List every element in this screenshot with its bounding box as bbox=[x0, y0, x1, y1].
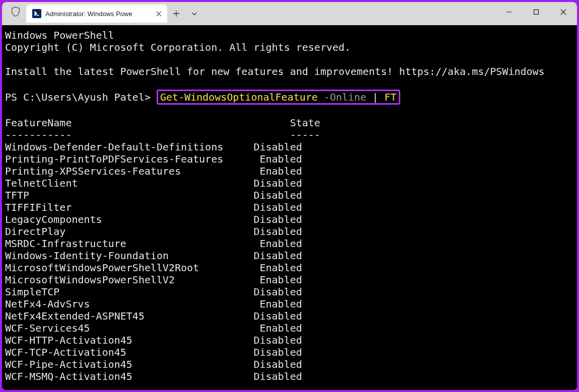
prompt-line: PS C:\Users\Ayush Patel> Get-WindowsOpti… bbox=[5, 90, 574, 105]
table-row: WCF-MSMQ-Activation45 Disabled bbox=[5, 370, 574, 382]
terminal-output[interactable]: Windows PowerShellCopyright (C) Microsof… bbox=[2, 25, 577, 390]
close-window-button[interactable] bbox=[550, 2, 577, 22]
tab-dropdown-button[interactable] bbox=[185, 5, 203, 23]
table-row: LegacyComponents Disabled bbox=[5, 213, 574, 225]
shield-icon bbox=[10, 6, 21, 17]
blank-line bbox=[5, 77, 574, 90]
title-bar-left: Administrator: Windows Powe bbox=[2, 2, 203, 25]
table-row: MicrosoftWindowsPowerShellV2 Enabled bbox=[5, 274, 574, 286]
table-row: WCF-TCP-Activation45 Disabled bbox=[5, 346, 574, 358]
table-row: WCF-HTTP-Activation45 Disabled bbox=[5, 334, 574, 346]
cmd-pipe: | bbox=[372, 91, 384, 103]
table-row: NetFx4-AdvSrvs Enabled bbox=[5, 298, 574, 310]
table-row: NetFx4Extended-ASPNET45 Disabled bbox=[5, 310, 574, 322]
table-header-rule: ----------- ----- bbox=[5, 129, 574, 141]
tab-title: Administrator: Windows Powe bbox=[45, 10, 150, 18]
table-row: Printing-PrintToPDFServices-Features Ena… bbox=[5, 153, 574, 165]
table-row: SimpleTCP Disabled bbox=[5, 286, 574, 298]
minimize-button[interactable] bbox=[495, 2, 523, 22]
table-row: Windows-Defender-Default-Definitions Dis… bbox=[5, 141, 574, 153]
maximize-button[interactable] bbox=[523, 2, 550, 22]
svg-rect-0 bbox=[534, 10, 539, 15]
close-tab-button[interactable] bbox=[154, 9, 163, 18]
install-msg: Install the latest PowerShell for new fe… bbox=[5, 65, 574, 77]
table-row: Windows-Identity-Foundation Disabled bbox=[5, 250, 574, 262]
cmd-ft: FT bbox=[385, 91, 397, 103]
window-controls bbox=[495, 2, 577, 25]
window-frame: Administrator: Windows Powe bbox=[2, 2, 577, 390]
table-row: TelnetClient Disabled bbox=[5, 177, 574, 189]
table-row: WCF-Pipe-Activation45 Disabled bbox=[5, 358, 574, 370]
powershell-icon bbox=[32, 9, 41, 18]
tab-active[interactable]: Administrator: Windows Powe bbox=[26, 5, 167, 23]
title-bar: Administrator: Windows Powe bbox=[2, 2, 577, 25]
table-row: MSRDC-Infrastructure Enabled bbox=[5, 238, 574, 250]
cmdlet: Get-WindowsOptionalFeature bbox=[160, 91, 318, 103]
tab-actions bbox=[167, 5, 203, 23]
new-tab-button[interactable] bbox=[167, 5, 185, 23]
table-row: MicrosoftWindowsPowerShellV2Root Enabled bbox=[5, 262, 574, 274]
blank-line bbox=[5, 53, 574, 65]
blank-line bbox=[5, 105, 574, 117]
table-row: TFTP Disabled bbox=[5, 189, 574, 201]
table-header: FeatureName State bbox=[5, 117, 574, 129]
cmd-param: -Online bbox=[318, 91, 372, 103]
table-row: TIFFIFilter Disabled bbox=[5, 201, 574, 213]
command-highlight: Get-WindowsOptionalFeature -Online | FT bbox=[157, 90, 400, 105]
banner-line: Windows PowerShell bbox=[5, 29, 574, 41]
banner-line: Copyright (C) Microsoft Corporation. All… bbox=[5, 41, 574, 53]
table-row: Printing-XPSServices-Features Enabled bbox=[5, 165, 574, 177]
table-row: DirectPlay Disabled bbox=[5, 225, 574, 238]
table-row: WCF-Services45 Enabled bbox=[5, 322, 574, 334]
